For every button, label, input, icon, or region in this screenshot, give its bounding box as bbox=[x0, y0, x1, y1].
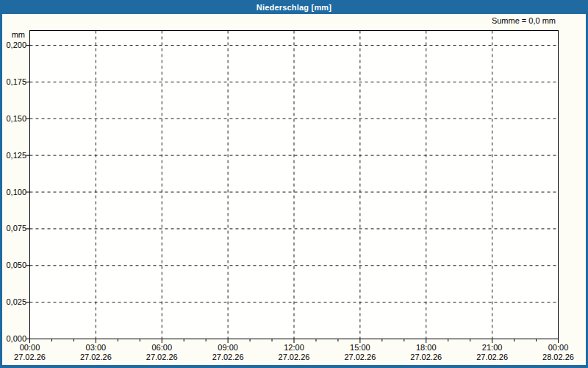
y-tick-label: 0,000 bbox=[6, 334, 26, 343]
x-time-label: 03:00 bbox=[86, 343, 107, 352]
x-date-label: 27.02.26 bbox=[410, 353, 442, 361]
y-tick-label: 0,175 bbox=[6, 77, 26, 86]
x-time-label: 18:00 bbox=[416, 343, 437, 352]
x-date-label: 27.02.26 bbox=[146, 353, 178, 361]
x-time-label: 06:00 bbox=[151, 343, 172, 352]
y-tick-label: 0,050 bbox=[6, 261, 26, 269]
x-date-label: 27.02.26 bbox=[80, 353, 112, 361]
x-date-label: 27.02.26 bbox=[14, 353, 46, 361]
x-time-label: 12:00 bbox=[284, 343, 304, 352]
x-date-label: 27.02.26 bbox=[279, 353, 310, 361]
y-tick-label: 0,025 bbox=[6, 297, 26, 306]
chart-window: Niederschlag [mm] Summe = 0,0 mm mm 0,00… bbox=[0, 0, 588, 368]
plot-area: 0,0000,0250,0500,0750,1000,1250,1500,175… bbox=[0, 0, 588, 368]
x-time-label: 00:00 bbox=[20, 343, 40, 352]
x-date-label: 27.02.26 bbox=[344, 353, 376, 361]
y-tick-label: 0,200 bbox=[6, 40, 26, 49]
y-tick-label: 0,075 bbox=[6, 224, 26, 233]
x-time-label: 00:00 bbox=[548, 343, 569, 352]
x-time-label: 09:00 bbox=[218, 343, 238, 352]
x-date-label: 27.02.26 bbox=[212, 353, 244, 361]
x-time-label: 21:00 bbox=[482, 343, 503, 352]
y-tick-label: 0,125 bbox=[6, 151, 26, 160]
x-date-label: 27.02.26 bbox=[476, 353, 508, 361]
x-date-label: 28.02.26 bbox=[542, 353, 574, 361]
y-tick-label: 0,100 bbox=[6, 188, 26, 197]
x-time-label: 15:00 bbox=[350, 343, 370, 352]
y-tick-label: 0,150 bbox=[6, 114, 26, 123]
